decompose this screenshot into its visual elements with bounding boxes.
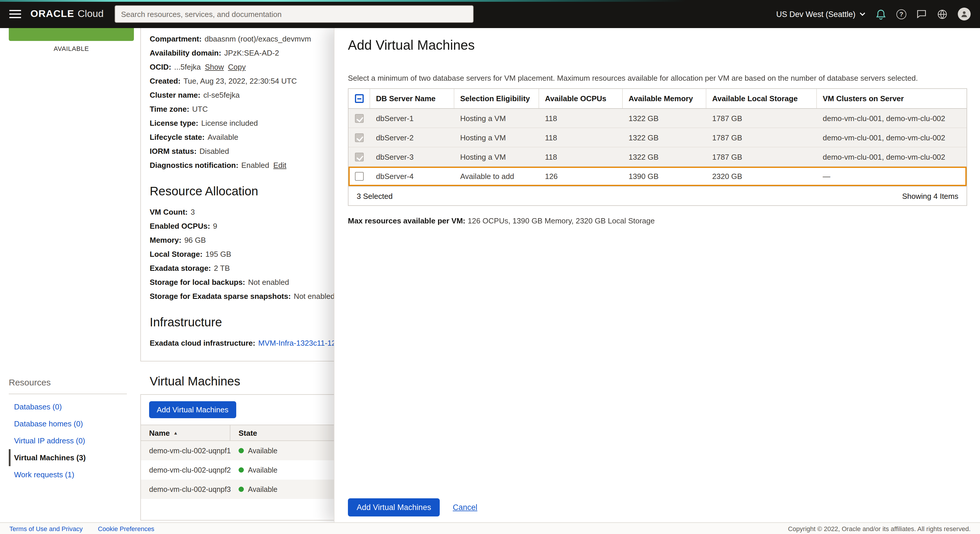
db-servers-table-header: DB Server Name Selection Eligibility Ava…	[348, 89, 967, 109]
storage-cell: 1787 GB	[706, 109, 817, 128]
language-icon[interactable]	[937, 8, 948, 19]
allocation-label: Exadata storage:	[150, 264, 211, 273]
detail-label: Created:	[150, 77, 181, 85]
divider	[9, 394, 127, 394]
page-footer: Terms of Use and Privacy Cookie Preferen…	[0, 522, 980, 534]
ocpus-cell: 118	[539, 147, 623, 166]
detail-value: Enabled	[241, 161, 269, 170]
memory-cell: 1322 GB	[623, 147, 706, 166]
row-checkbox-unchecked[interactable]	[355, 172, 364, 181]
row-checkbox-checked-disabled	[355, 152, 364, 161]
detail-value: ...5fejka	[174, 62, 201, 71]
row-checkbox-cell	[348, 147, 370, 166]
column-db-server-name[interactable]: DB Server Name	[370, 89, 454, 108]
sidebar-item-databases[interactable]: Databases (0)	[9, 398, 127, 415]
help-icon[interactable]: ?	[896, 9, 906, 19]
storage-cell: 1787 GB	[706, 128, 817, 147]
db-server-name-cell: dbServer-4	[370, 167, 454, 186]
cookie-preferences-link[interactable]: Cookie Preferences	[98, 525, 154, 532]
sidebar-item-virtual-ip-address[interactable]: Virtual IP address (0)	[9, 432, 127, 449]
allocation-value: 96 GB	[184, 236, 206, 244]
row-checkbox-cell	[348, 167, 370, 186]
detail-label: Diagnostics notification:	[150, 161, 238, 170]
virtual-machines-heading: Virtual Machines	[150, 374, 240, 388]
add-virtual-machines-submit-button[interactable]: Add Virtual Machines	[348, 498, 440, 516]
available-status-dot	[239, 487, 244, 492]
resource-status-box	[9, 28, 134, 41]
select-all-cell	[348, 89, 370, 108]
oracle-cloud-console: AVAILABLE Compartment:dbaasnm (root)/exa…	[0, 0, 980, 534]
ocpus-cell: 118	[539, 128, 623, 147]
menu-icon[interactable]	[10, 10, 21, 18]
sidebar-item-database-homes[interactable]: Database homes (0)	[9, 415, 127, 432]
resources-heading: Resources	[9, 377, 127, 387]
db-server-row-highlighted[interactable]: dbServer-4 Available to add 126 1390 GB …	[348, 167, 967, 186]
vm-column-name[interactable]: Name ▲	[141, 425, 231, 440]
brand-cloud: Cloud	[78, 8, 104, 20]
detail-value: UTC	[192, 105, 208, 113]
vm-column-name-label: Name	[149, 429, 170, 437]
eligibility-cell: Available to add	[454, 167, 539, 186]
clusters-cell: —	[817, 167, 967, 186]
detail-value: JPzK:SEA-AD-2	[224, 49, 279, 57]
eligibility-cell: Hosting a VM	[454, 147, 539, 166]
person-icon	[960, 10, 968, 18]
column-available-local-storage[interactable]: Available Local Storage	[706, 89, 817, 108]
vm-state-text: Available	[248, 485, 277, 493]
db-server-row[interactable]: dbServer-3 Hosting a VM 118 1322 GB 1787…	[348, 147, 967, 167]
cancel-link[interactable]: Cancel	[453, 503, 477, 512]
region-selector[interactable]: US Dev West (Seattle)	[776, 10, 865, 18]
notifications-icon[interactable]	[875, 8, 886, 19]
row-checkbox-checked-disabled	[355, 133, 364, 142]
vm-name-cell: demo-vm-clu-002-uqnpf2	[141, 466, 231, 474]
db-server-name-cell: dbServer-1	[370, 109, 454, 128]
sidebar-item-virtual-machines[interactable]: Virtual Machines (3)	[9, 449, 127, 466]
allocation-label: Local Storage:	[150, 250, 203, 258]
add-virtual-machines-button[interactable]: Add Virtual Machines	[149, 401, 236, 418]
detail-label: IORM status:	[150, 147, 196, 156]
oracle-cloud-logo[interactable]: ORACLE Cloud	[30, 8, 103, 20]
allocation-value: Not enabled	[294, 292, 335, 301]
table-footer: 3 Selected Showing 4 Items	[348, 186, 967, 205]
db-server-name-cell: dbServer-3	[370, 147, 454, 166]
sidebar-item-work-requests[interactable]: Work requests (1)	[9, 466, 127, 483]
vm-state-text: Available	[248, 446, 277, 455]
search-input[interactable]	[115, 5, 474, 23]
detail-label: Availability domain:	[150, 49, 221, 57]
max-resources-note: Max resources available per VM:126 OCPUs…	[348, 217, 655, 225]
items-count: Showing 4 Items	[902, 191, 958, 200]
diagnostics-edit-link[interactable]: Edit	[274, 161, 286, 170]
ocid-copy-link[interactable]: Copy	[228, 62, 246, 71]
detail-value: dbaasnm (root)/exacs_devmvm	[205, 35, 311, 43]
db-server-row[interactable]: dbServer-2 Hosting a VM 118 1322 GB 1787…	[348, 128, 967, 147]
column-selection-eligibility[interactable]: Selection Eligibility	[454, 89, 539, 108]
ocpus-cell: 118	[539, 109, 623, 128]
available-status-dot	[239, 467, 244, 473]
storage-cell: 2320 GB	[706, 167, 817, 186]
detail-label: Time zone:	[150, 105, 189, 113]
memory-cell: 1322 GB	[623, 109, 706, 128]
ocpus-cell: 126	[539, 167, 623, 186]
terms-link[interactable]: Terms of Use and Privacy	[10, 525, 83, 532]
eligibility-cell: Hosting a VM	[454, 109, 539, 128]
top-navigation-bar: ORACLE Cloud US Dev West (Seattle) ?	[0, 0, 980, 28]
vm-state-text: Available	[248, 466, 277, 474]
column-vm-clusters-on-server[interactable]: VM Clusters on Server	[817, 89, 967, 108]
chevron-down-icon	[859, 12, 865, 16]
profile-avatar[interactable]	[958, 8, 970, 21]
ocid-show-link[interactable]: Show	[205, 62, 224, 71]
select-all-checkbox[interactable]	[355, 94, 363, 103]
detail-value: Tue, Aug 23, 2022, 22:30:54 UTC	[184, 77, 297, 85]
detail-label: Lifecycle state:	[150, 133, 205, 142]
feedback-icon[interactable]	[916, 9, 927, 19]
column-available-ocpus[interactable]: Available OCPUs	[539, 89, 623, 108]
storage-cell: 1787 GB	[706, 147, 817, 166]
column-available-memory[interactable]: Available Memory	[623, 89, 706, 108]
add-virtual-machines-panel: Add Virtual Machines Select a minimum of…	[334, 28, 980, 522]
available-status-dot	[239, 448, 244, 453]
top-accent-strip	[0, 0, 980, 2]
detail-value: Available	[208, 133, 238, 142]
vm-column-state-label: State	[239, 429, 257, 437]
allocation-value: 9	[213, 222, 217, 230]
db-server-row[interactable]: dbServer-1 Hosting a VM 118 1322 GB 1787…	[348, 109, 967, 128]
